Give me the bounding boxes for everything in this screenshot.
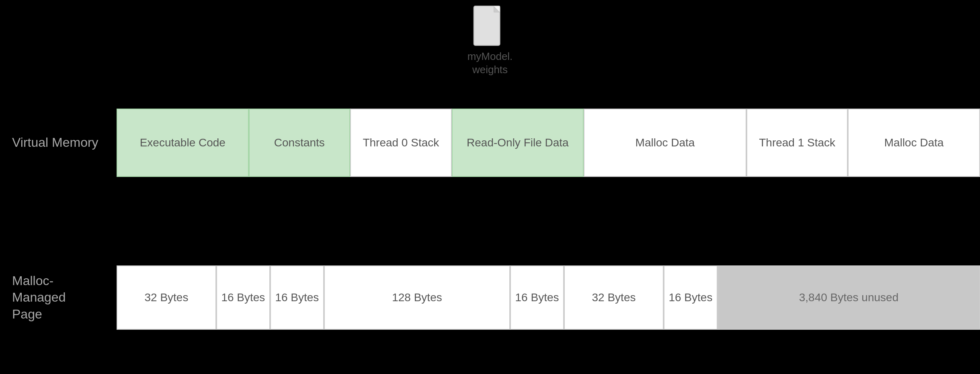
virtual-memory-blocks: Executable CodeConstantsThread 0 StackRe… bbox=[117, 109, 980, 177]
mm-block-5: 32 Bytes bbox=[564, 265, 664, 330]
vm-block-1: Constants bbox=[249, 109, 350, 177]
vm-block-2: Thread 0 Stack bbox=[350, 109, 451, 177]
malloc-managed-row: Malloc-Managed Page 32 Bytes16 Bytes16 B… bbox=[0, 265, 980, 330]
mm-block-2: 16 Bytes bbox=[270, 265, 324, 330]
malloc-managed-blocks: 32 Bytes16 Bytes16 Bytes128 Bytes16 Byte… bbox=[117, 265, 980, 330]
mm-block-1: 16 Bytes bbox=[216, 265, 270, 330]
vm-block-5: Thread 1 Stack bbox=[746, 109, 848, 177]
vm-block-4: Malloc Data bbox=[584, 109, 746, 177]
mm-block-3: 128 Bytes bbox=[324, 265, 510, 330]
mm-block-6: 16 Bytes bbox=[664, 265, 718, 330]
file-icon bbox=[472, 4, 508, 48]
vm-block-3: Read-Only File Data bbox=[452, 109, 584, 177]
mm-block-0: 32 Bytes bbox=[117, 265, 216, 330]
file-label: myModel. weights bbox=[467, 50, 513, 76]
diagram-container: myModel. weights Virtual Memory Executab… bbox=[0, 0, 980, 374]
vm-block-0: Executable Code bbox=[117, 109, 249, 177]
virtual-memory-row: Virtual Memory Executable CodeConstantsT… bbox=[0, 109, 980, 177]
file-icon-area: myModel. weights bbox=[467, 4, 513, 76]
vm-block-6: Malloc Data bbox=[848, 109, 980, 177]
malloc-managed-label: Malloc-Managed Page bbox=[12, 273, 100, 323]
mm-block-4: 16 Bytes bbox=[510, 265, 564, 330]
virtual-memory-label: Virtual Memory bbox=[12, 134, 100, 151]
mm-block-7: 3,840 Bytes unused bbox=[718, 265, 980, 330]
